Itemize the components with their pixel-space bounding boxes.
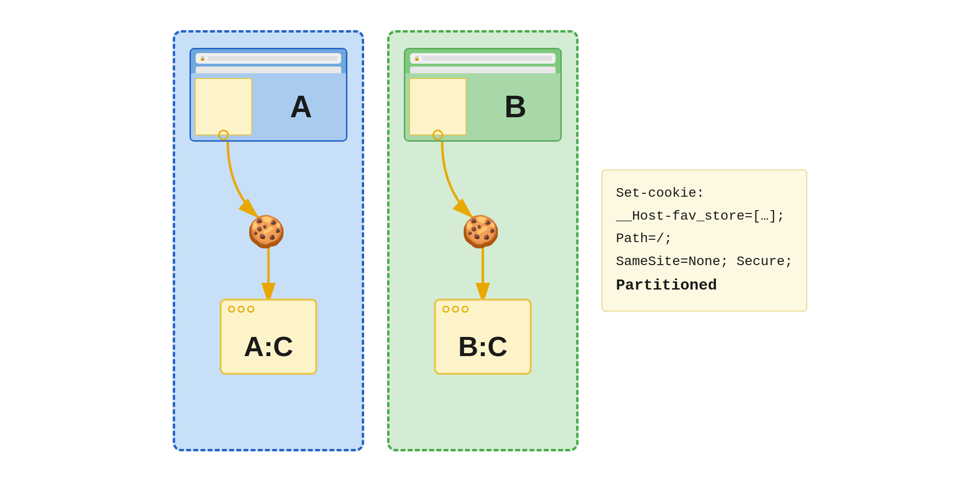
browser-chrome-b: 🔒 [405,49,560,73]
lock-icon-b: 🔒 [414,56,420,61]
partition-box-b: 🔒 B [387,30,579,451]
label-b: B [470,73,560,140]
tabbar-a [196,67,341,73]
storage-label-b: B:C [458,331,508,362]
cookie-a: 🍪 [247,213,286,250]
label-a: A [256,73,346,140]
flow-svg-a: 🍪 A:C [189,142,347,343]
lock-icon-a: 🔒 [200,56,205,61]
iframe-dot-b [433,130,443,140]
iframe-a [195,78,252,135]
address-text-b [422,56,552,61]
addressbar-a: 🔒 [196,53,341,64]
code-line-4: Partitioned [616,273,793,299]
flow-svg-b: 🍪 B:C [404,142,562,343]
address-text-a [208,56,337,61]
code-line-2: Path=/; [616,227,793,250]
browser-content-b: B [405,73,560,140]
code-block: Set-cookie: __Host-fav_store=[…]; Path=/… [601,169,807,312]
flow-a: 🍪 A:C [189,142,347,343]
iframe-dot-a [218,130,229,140]
browser-window-a: 🔒 A [189,48,347,142]
browser-chrome-a: 🔒 [191,49,346,73]
code-line-3: SameSite=None; Secure; [616,250,793,273]
tabbar-b [410,67,556,73]
addressbar-b: 🔒 [410,53,556,64]
iframe-b [409,78,467,135]
browser-content-a: A [191,73,346,140]
flow-b: 🍪 B:C [404,142,562,343]
browser-window-b: 🔒 B [404,48,562,142]
storage-label-a: A:C [244,331,293,362]
cookie-b: 🍪 [461,213,501,250]
main-diagram: 🔒 A [154,11,826,470]
code-line-1: __Host-fav_store=[…]; [616,205,793,228]
partition-box-a: 🔒 A [173,30,364,451]
code-line-0: Set-cookie: [616,182,793,205]
